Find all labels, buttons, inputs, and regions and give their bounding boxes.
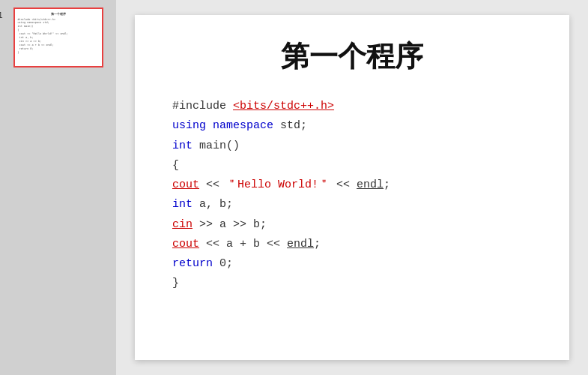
slide-number: 1 <box>0 10 3 20</box>
thumb-code: #include <bits/stdc++.h> using namespace… <box>18 18 99 55</box>
code-line-4: { <box>172 156 532 176</box>
code-line-7: cin >> a >> b; <box>172 215 532 235</box>
code-line-2: using namespace std; <box>172 116 532 136</box>
code-line-6: int a, b; <box>172 195 532 214</box>
thumb-inner: 第一个程序 #include <bits/stdc++.h> using nam… <box>15 9 102 58</box>
code-line-8: cout << a + b << endl; <box>172 235 532 254</box>
code-line-10: } <box>172 274 532 293</box>
code-line-9: return 0; <box>172 254 532 274</box>
code-line-5: cout << ＂Hello World!＂ << endl; <box>172 176 532 195</box>
thumb-title-text: 第一个程序 <box>18 12 99 16</box>
code-line-3: int main() <box>172 136 532 156</box>
slide-page: 第一个程序 #include <bits/stdc++.h> using nam… <box>135 15 569 360</box>
main-content: 第一个程序 #include <bits/stdc++.h> using nam… <box>116 0 588 375</box>
slide-title: 第一个程序 <box>172 38 532 76</box>
sidebar: 1 第一个程序 #include <bits/stdc++.h> using n… <box>0 0 116 375</box>
slide-thumbnail-1[interactable]: 1 第一个程序 #include <bits/stdc++.h> using n… <box>13 8 103 68</box>
code-line-1: #include <bits/stdc++.h> <box>172 97 532 116</box>
code-block: #include <bits/stdc++.h> using namespace… <box>172 97 532 294</box>
